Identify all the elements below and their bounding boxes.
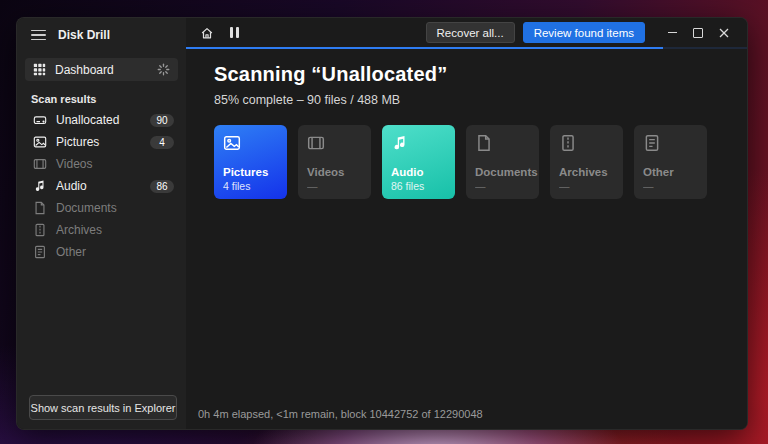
card-name: Audio — [391, 166, 447, 178]
card-name: Pictures — [223, 166, 279, 178]
category-card-audio[interactable]: Audio 86 files — [382, 125, 455, 199]
sidebar-item-label: Other — [56, 245, 174, 259]
film-icon — [33, 157, 47, 171]
window-controls — [659, 22, 737, 44]
document-icon — [475, 134, 531, 154]
count-badge: 4 — [150, 136, 174, 149]
main-panel: Recover all... Review found items Scanni… — [186, 18, 747, 429]
sidebar-item-audio[interactable]: Audio 86 — [17, 175, 186, 197]
picture-icon — [33, 135, 47, 149]
disk-drill-window: Disk Drill Dashboard Scan result — [16, 17, 748, 430]
sidebar-item-label: Documents — [56, 201, 174, 215]
card-count: — — [307, 180, 363, 192]
card-count: 86 files — [391, 180, 447, 192]
scan-status-text: 0h 4m elapsed, <1m remain, block 1044275… — [198, 408, 483, 420]
sidebar: Disk Drill Dashboard Scan result — [17, 18, 186, 429]
card-name: Documents — [475, 166, 531, 178]
show-scan-results-in-explorer-button[interactable]: Show scan results in Explorer — [29, 395, 177, 420]
sidebar-item-label: Videos — [56, 157, 174, 171]
category-card-other[interactable]: Other — — [634, 125, 707, 199]
scanning-spinner-icon — [157, 63, 170, 76]
review-found-items-button[interactable]: Review found items — [523, 22, 645, 43]
sidebar-item-label: Dashboard — [55, 63, 114, 77]
drive-icon — [33, 113, 47, 127]
scan-results-section-label: Scan results — [17, 81, 186, 109]
count-badge: 86 — [150, 180, 174, 193]
sidebar-item-label: Pictures — [56, 135, 141, 149]
card-count: — — [559, 180, 615, 192]
minimize-icon[interactable] — [659, 22, 685, 44]
sidebar-item-unallocated[interactable]: Unallocated 90 — [17, 109, 186, 131]
sidebar-item-label: Unallocated — [56, 113, 141, 127]
pause-icon[interactable] — [230, 27, 239, 38]
category-card-videos[interactable]: Videos — — [298, 125, 371, 199]
sidebar-item-other[interactable]: Other — [17, 241, 186, 263]
app-title: Disk Drill — [58, 28, 110, 42]
film-icon — [307, 134, 363, 154]
status-bar: 0h 4m elapsed, <1m remain, block 1044275… — [186, 399, 747, 429]
scan-results-list: Unallocated 90 Pictures 4 Videos — [17, 109, 186, 263]
scan-progress-summary: 85% complete – 90 files / 488 MB — [214, 93, 747, 107]
scan-content: Scanning “Unallocated” 85% complete – 90… — [186, 49, 747, 399]
sidebar-item-archives[interactable]: Archives — [17, 219, 186, 241]
picture-icon — [223, 134, 279, 154]
card-count: — — [643, 180, 699, 192]
card-count: — — [475, 180, 531, 192]
close-icon[interactable] — [711, 22, 737, 44]
page-title: Scanning “Unallocated” — [214, 63, 747, 86]
sidebar-item-documents[interactable]: Documents — [17, 197, 186, 219]
card-name: Archives — [559, 166, 615, 178]
recover-all-button[interactable]: Recover all... — [426, 22, 515, 43]
toolbar: Recover all... Review found items — [186, 18, 747, 47]
sidebar-item-videos[interactable]: Videos — [17, 153, 186, 175]
file-icon — [643, 134, 699, 154]
music-note-icon — [33, 179, 47, 193]
file-icon — [33, 245, 47, 259]
category-cards: Pictures 4 files Videos — — [214, 125, 747, 199]
category-card-pictures[interactable]: Pictures 4 files — [214, 125, 287, 199]
sidebar-header: Disk Drill — [17, 18, 186, 50]
category-card-archives[interactable]: Archives — — [550, 125, 623, 199]
card-name: Videos — [307, 166, 363, 178]
grid-icon — [33, 63, 46, 76]
category-card-documents[interactable]: Documents — — [466, 125, 539, 199]
count-badge: 90 — [150, 114, 174, 127]
sidebar-item-dashboard[interactable]: Dashboard — [25, 58, 178, 81]
home-icon[interactable] — [200, 26, 214, 40]
card-count: 4 files — [223, 180, 279, 192]
sidebar-item-pictures[interactable]: Pictures 4 — [17, 131, 186, 153]
archive-icon — [33, 223, 47, 237]
card-name: Other — [643, 166, 699, 178]
sidebar-item-label: Archives — [56, 223, 174, 237]
archive-icon — [559, 134, 615, 154]
sidebar-item-label: Audio — [56, 179, 141, 193]
document-icon — [33, 201, 47, 215]
maximize-icon[interactable] — [685, 22, 711, 44]
hamburger-menu-icon[interactable] — [31, 30, 46, 41]
music-note-icon — [391, 134, 447, 154]
